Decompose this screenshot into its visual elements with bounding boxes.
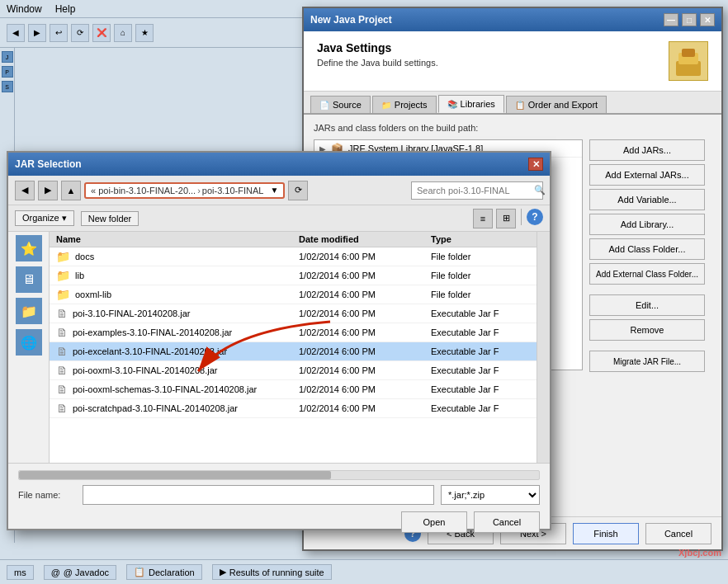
organize-button[interactable]: Organize ▾	[15, 210, 74, 226]
tab-projects[interactable]: 📁 Projects	[372, 96, 437, 113]
breadcrumb-separator: ›	[197, 186, 201, 195]
file-row-docs[interactable]: 📁 docs 1/02/2014 6:00 PM File folder	[50, 247, 537, 266]
status-tab-ms[interactable]: ms	[7, 565, 34, 580]
col-name: Name	[56, 234, 299, 244]
java-dialog-titlebar: New Java Project — □ ✕	[304, 8, 721, 31]
toolbar-btn-4[interactable]: ⟳	[71, 24, 89, 42]
add-class-folder-button[interactable]: Add Class Folder...	[589, 238, 705, 260]
source-tab-icon: 📄	[319, 101, 329, 110]
folder-icon-docs: 📁	[56, 250, 70, 263]
nav-icon-1[interactable]: ⭐	[16, 235, 42, 261]
jar-nav-bar: ◀ ▶ ▲ « poi-bin-3.10-FINAL-20... › poi-3…	[8, 176, 550, 205]
nav-icon-2[interactable]: 🖥	[16, 266, 42, 293]
file-row-poi-scratchpad[interactable]: 🗎 poi-scratchpad-3.10-FINAL-20140208.jar…	[50, 399, 537, 418]
toolbar-btn-3[interactable]: ↩	[50, 24, 68, 42]
edit-button[interactable]: Edit...	[589, 294, 705, 316]
jar-close-button[interactable]: ✕	[528, 158, 543, 171]
search-box: 🔍	[411, 181, 543, 200]
close-button[interactable]: ✕	[700, 13, 715, 26]
svg-rect-2	[682, 49, 695, 57]
col-type: Type	[431, 234, 530, 244]
maximize-button[interactable]: □	[682, 13, 697, 26]
status-tab-declaration[interactable]: 📋 Declaration	[126, 564, 202, 580]
search-icon: 🔍	[534, 185, 546, 195]
add-ext-class-folder-button[interactable]: Add External Class Folder...	[589, 263, 705, 285]
back-nav-button[interactable]: ◀	[15, 181, 35, 200]
file-row-ooxml-lib[interactable]: 📁 ooxml-lib 1/02/2014 6:00 PM File folde…	[50, 285, 537, 304]
tab-projects-label: Projects	[395, 100, 428, 110]
menu-help[interactable]: Help	[55, 3, 76, 15]
tab-order-export[interactable]: 📋 Order and Export	[506, 96, 607, 113]
sidebar-icon-2[interactable]: P	[2, 66, 13, 78]
status-tab-results[interactable]: ▶ Results of running suite	[212, 564, 332, 580]
file-list-header: Name Date modified Type	[50, 232, 537, 247]
add-library-button[interactable]: Add Library...	[589, 214, 705, 235]
open-button[interactable]: Open	[401, 511, 467, 533]
file-row-poi-excelant[interactable]: 🗎 poi-excelant-3.10-FINAL-20140208.jar 1…	[50, 342, 537, 361]
date-scratchpad: 1/02/2014 6:00 PM	[299, 403, 431, 413]
breadcrumb-part2: poi-3.10-FINAL	[202, 186, 264, 195]
remove-button[interactable]: Remove	[589, 319, 705, 341]
file-row-lib[interactable]: 📁 lib 1/02/2014 6:00 PM File folder	[50, 266, 537, 285]
view-details-button[interactable]: ⊞	[496, 209, 516, 228]
type-ooxml-schemas: Executable Jar F	[431, 384, 530, 394]
new-folder-button[interactable]: New folder	[81, 211, 139, 226]
jar-dialog-bottom: File name: *.jar;*.zip Open Cancel	[8, 463, 550, 529]
up-nav-button[interactable]: ▲	[61, 181, 81, 200]
add-variable-button[interactable]: Add Variable...	[589, 189, 705, 210]
toolbar-btn-7[interactable]: ★	[135, 24, 154, 42]
sidebar-icon-3[interactable]: S	[2, 81, 13, 92]
date-lib: 1/02/2014 6:00 PM	[299, 271, 431, 280]
filename-input[interactable]	[83, 485, 434, 505]
filename-scratchpad: poi-scratchpad-3.10-FINAL-20140208.jar	[73, 403, 238, 413]
file-row-poi-ooxml-schemas[interactable]: 🗎 poi-ooxml-schemas-3.10-FINAL-20140208.…	[50, 380, 537, 399]
jar-icon-poi: 🗎	[56, 307, 68, 320]
menu-bar: Window Help	[0, 0, 305, 18]
tab-source[interactable]: 📄 Source	[310, 96, 371, 113]
date-poi-ooxml: 1/02/2014 6:00 PM	[299, 365, 431, 375]
java-dialog-title: New Java Project	[310, 14, 392, 26]
file-row-poi-examples[interactable]: 🗎 poi-examples-3.10-FINAL-20140208.jar 1…	[50, 323, 537, 342]
status-tab-javadoc[interactable]: @ @ Javadoc	[44, 565, 116, 580]
nav-refresh-button[interactable]: ⟳	[288, 181, 308, 200]
status-javadoc-label: @ Javadoc	[64, 568, 109, 577]
jar-dialog-title: JAR Selection	[15, 158, 82, 170]
jar-cancel-button[interactable]: Cancel	[474, 511, 540, 533]
status-results-label: Results of running suite	[229, 568, 324, 577]
toolbar-btn-6[interactable]: ⌂	[114, 24, 132, 42]
breadcrumb-dropdown-icon[interactable]: ▼	[270, 186, 278, 195]
sidebar-icon-1[interactable]: J	[2, 51, 13, 63]
view-list-button[interactable]: ≡	[473, 209, 493, 228]
forward-nav-button[interactable]: ▶	[38, 181, 58, 200]
migrate-jar-button[interactable]: Migrate JAR File...	[589, 351, 705, 372]
menu-window[interactable]: Window	[7, 3, 42, 15]
toolbar-btn-2[interactable]: ▶	[28, 24, 46, 42]
status-ms-label: ms	[14, 568, 26, 577]
type-lib: File folder	[431, 271, 530, 280]
date-examples: 1/02/2014 6:00 PM	[299, 327, 431, 337]
minimize-button[interactable]: —	[664, 13, 678, 26]
breadcrumb[interactable]: « poi-bin-3.10-FINAL-20... › poi-3.10-FI…	[84, 182, 285, 199]
search-input[interactable]	[417, 186, 531, 195]
add-jars-button[interactable]: Add JARs...	[589, 139, 705, 161]
toolbar-btn-5[interactable]: ❌	[92, 24, 111, 42]
results-icon: ▶	[220, 567, 226, 577]
filetype-select[interactable]: *.jar;*.zip	[441, 485, 540, 505]
type-scratchpad: Executable Jar F	[431, 403, 530, 413]
add-external-jars-button[interactable]: Add External JARs...	[589, 164, 705, 186]
jar-help-icon[interactable]: ?	[527, 209, 543, 225]
file-row-poi-ooxml[interactable]: 🗎 poi-ooxml-3.10-FINAL-20140208.jar 1/02…	[50, 361, 537, 380]
finish-button[interactable]: Finish	[573, 523, 639, 544]
folder-icon-lib: 📁	[56, 269, 70, 282]
col-date: Date modified	[299, 234, 431, 244]
file-row-poi-jar[interactable]: 🗎 poi-3.10-FINAL-20140208.jar 1/02/2014 …	[50, 304, 537, 323]
cancel-button[interactable]: Cancel	[645, 523, 711, 544]
filename-poi-ooxml: poi-ooxml-3.10-FINAL-20140208.jar	[73, 365, 217, 375]
toolbar-btn-1[interactable]: ◀	[7, 24, 25, 42]
tab-libraries[interactable]: 📚 Libraries	[438, 95, 504, 113]
nav-icon-4[interactable]: 🌐	[16, 329, 42, 356]
file-toolbar: Organize ▾ New folder ≡ ⊞ ?	[8, 205, 550, 232]
nav-icon-3[interactable]: 📁	[16, 298, 42, 324]
jar-icon-ooxml: 🗎	[56, 364, 68, 377]
filename-lib: lib	[75, 271, 84, 280]
